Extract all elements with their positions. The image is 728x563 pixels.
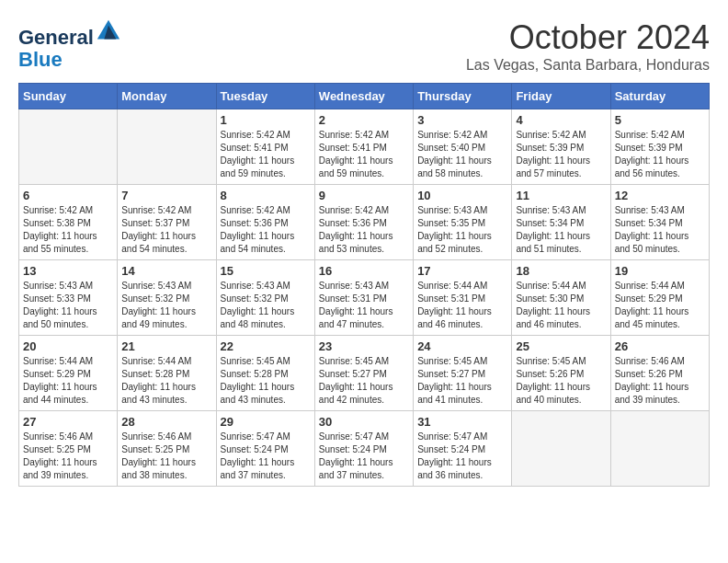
logo-text: General (18, 18, 121, 49)
day-number: 18 (516, 264, 606, 278)
calendar-cell (610, 411, 709, 487)
calendar-cell: 8Sunrise: 5:42 AMSunset: 5:36 PMDaylight… (216, 185, 314, 260)
day-info: Sunrise: 5:42 AMSunset: 5:36 PMDaylight:… (319, 204, 409, 256)
calendar-week-2: 6Sunrise: 5:42 AMSunset: 5:38 PMDaylight… (19, 185, 710, 260)
calendar-cell: 13Sunrise: 5:43 AMSunset: 5:33 PMDayligh… (19, 260, 118, 336)
logo-icon (96, 18, 121, 44)
day-info: Sunrise: 5:46 AMSunset: 5:25 PMDaylight:… (121, 431, 211, 482)
location-text: Las Vegas, Santa Barbara, Honduras (466, 57, 710, 74)
calendar-cell: 3Sunrise: 5:42 AMSunset: 5:40 PMDaylight… (414, 109, 512, 185)
day-info: Sunrise: 5:42 AMSunset: 5:41 PMDaylight:… (221, 129, 311, 180)
weekday-header-thursday: Thursday (414, 84, 512, 109)
day-number: 7 (121, 189, 211, 202)
day-info: Sunrise: 5:44 AMSunset: 5:28 PMDaylight:… (121, 355, 211, 407)
day-info: Sunrise: 5:43 AMSunset: 5:35 PMDaylight:… (417, 204, 507, 256)
day-number: 13 (23, 264, 113, 278)
day-number: 3 (417, 113, 507, 127)
day-number: 22 (221, 339, 311, 353)
day-number: 14 (121, 264, 211, 278)
day-number: 10 (417, 189, 507, 202)
calendar-header-row: SundayMondayTuesdayWednesdayThursdayFrid… (19, 84, 710, 109)
weekday-header-monday: Monday (118, 84, 216, 109)
calendar-cell: 1Sunrise: 5:42 AMSunset: 5:41 PMDaylight… (216, 109, 314, 185)
calendar-cell: 16Sunrise: 5:43 AMSunset: 5:31 PMDayligh… (314, 260, 413, 336)
calendar-cell: 25Sunrise: 5:45 AMSunset: 5:26 PMDayligh… (512, 336, 610, 411)
calendar-week-1: 1Sunrise: 5:42 AMSunset: 5:41 PMDaylight… (19, 109, 710, 185)
day-info: Sunrise: 5:43 AMSunset: 5:31 PMDaylight:… (319, 280, 409, 331)
day-number: 5 (615, 113, 705, 127)
calendar-cell: 10Sunrise: 5:43 AMSunset: 5:35 PMDayligh… (414, 185, 512, 260)
day-info: Sunrise: 5:45 AMSunset: 5:27 PMDaylight:… (417, 355, 507, 407)
calendar-cell: 2Sunrise: 5:42 AMSunset: 5:41 PMDaylight… (314, 109, 413, 185)
day-info: Sunrise: 5:45 AMSunset: 5:26 PMDaylight:… (516, 355, 606, 407)
day-info: Sunrise: 5:42 AMSunset: 5:40 PMDaylight:… (417, 129, 507, 180)
day-number: 6 (23, 189, 113, 202)
calendar-cell (118, 109, 216, 185)
day-number: 15 (221, 264, 311, 278)
calendar-cell: 18Sunrise: 5:44 AMSunset: 5:30 PMDayligh… (512, 260, 610, 336)
calendar-cell: 23Sunrise: 5:45 AMSunset: 5:27 PMDayligh… (314, 336, 413, 411)
weekday-header-wednesday: Wednesday (314, 84, 413, 109)
day-info: Sunrise: 5:44 AMSunset: 5:29 PMDaylight:… (615, 280, 705, 331)
day-number: 21 (121, 339, 211, 353)
day-info: Sunrise: 5:43 AMSunset: 5:34 PMDaylight:… (615, 204, 705, 256)
day-info: Sunrise: 5:45 AMSunset: 5:28 PMDaylight:… (221, 355, 311, 407)
calendar-cell: 21Sunrise: 5:44 AMSunset: 5:28 PMDayligh… (118, 336, 216, 411)
calendar-cell: 22Sunrise: 5:45 AMSunset: 5:28 PMDayligh… (216, 336, 314, 411)
calendar-cell: 31Sunrise: 5:47 AMSunset: 5:24 PMDayligh… (414, 411, 512, 487)
day-info: Sunrise: 5:43 AMSunset: 5:32 PMDaylight:… (121, 280, 211, 331)
calendar-cell: 26Sunrise: 5:46 AMSunset: 5:26 PMDayligh… (610, 336, 709, 411)
calendar-cell: 24Sunrise: 5:45 AMSunset: 5:27 PMDayligh… (414, 336, 512, 411)
day-info: Sunrise: 5:47 AMSunset: 5:24 PMDaylight:… (319, 431, 409, 482)
day-info: Sunrise: 5:42 AMSunset: 5:38 PMDaylight:… (23, 204, 113, 256)
day-number: 2 (319, 113, 409, 127)
day-number: 25 (516, 339, 606, 353)
day-number: 24 (417, 339, 507, 353)
title-section: October 2024 Las Vegas, Santa Barbara, H… (466, 18, 710, 74)
day-number: 20 (23, 339, 113, 353)
day-number: 4 (516, 113, 606, 127)
month-title: October 2024 (466, 18, 710, 57)
calendar-cell: 27Sunrise: 5:46 AMSunset: 5:25 PMDayligh… (19, 411, 118, 487)
weekday-header-tuesday: Tuesday (216, 84, 314, 109)
day-info: Sunrise: 5:42 AMSunset: 5:39 PMDaylight:… (615, 129, 705, 180)
day-number: 12 (615, 189, 705, 202)
weekday-header-sunday: Sunday (19, 84, 118, 109)
calendar-cell: 28Sunrise: 5:46 AMSunset: 5:25 PMDayligh… (118, 411, 216, 487)
day-info: Sunrise: 5:46 AMSunset: 5:26 PMDaylight:… (615, 355, 705, 407)
calendar-cell: 15Sunrise: 5:43 AMSunset: 5:32 PMDayligh… (216, 260, 314, 336)
day-info: Sunrise: 5:44 AMSunset: 5:30 PMDaylight:… (516, 280, 606, 331)
day-info: Sunrise: 5:43 AMSunset: 5:33 PMDaylight:… (23, 280, 113, 331)
day-info: Sunrise: 5:43 AMSunset: 5:34 PMDaylight:… (516, 204, 606, 256)
calendar-cell: 12Sunrise: 5:43 AMSunset: 5:34 PMDayligh… (610, 185, 709, 260)
calendar-cell: 14Sunrise: 5:43 AMSunset: 5:32 PMDayligh… (118, 260, 216, 336)
calendar-cell: 29Sunrise: 5:47 AMSunset: 5:24 PMDayligh… (216, 411, 314, 487)
day-info: Sunrise: 5:45 AMSunset: 5:27 PMDaylight:… (319, 355, 409, 407)
calendar-cell: 9Sunrise: 5:42 AMSunset: 5:36 PMDaylight… (314, 185, 413, 260)
weekday-header-friday: Friday (512, 84, 610, 109)
day-number: 17 (417, 264, 507, 278)
day-number: 16 (319, 264, 409, 278)
day-number: 28 (121, 415, 211, 429)
calendar-cell: 30Sunrise: 5:47 AMSunset: 5:24 PMDayligh… (314, 411, 413, 487)
day-info: Sunrise: 5:43 AMSunset: 5:32 PMDaylight:… (221, 280, 311, 331)
day-info: Sunrise: 5:44 AMSunset: 5:29 PMDaylight:… (23, 355, 113, 407)
logo-blue-text: Blue (18, 49, 121, 71)
calendar-cell (19, 109, 118, 185)
day-number: 19 (615, 264, 705, 278)
calendar-cell: 19Sunrise: 5:44 AMSunset: 5:29 PMDayligh… (610, 260, 709, 336)
calendar-week-4: 20Sunrise: 5:44 AMSunset: 5:29 PMDayligh… (19, 336, 710, 411)
calendar-cell: 6Sunrise: 5:42 AMSunset: 5:38 PMDaylight… (19, 185, 118, 260)
day-info: Sunrise: 5:42 AMSunset: 5:39 PMDaylight:… (516, 129, 606, 180)
day-number: 11 (516, 189, 606, 202)
day-number: 23 (319, 339, 409, 353)
logo-general: General (18, 26, 94, 49)
day-number: 31 (417, 415, 507, 429)
calendar-cell: 17Sunrise: 5:44 AMSunset: 5:31 PMDayligh… (414, 260, 512, 336)
calendar-cell: 20Sunrise: 5:44 AMSunset: 5:29 PMDayligh… (19, 336, 118, 411)
day-info: Sunrise: 5:47 AMSunset: 5:24 PMDaylight:… (221, 431, 311, 482)
day-info: Sunrise: 5:42 AMSunset: 5:41 PMDaylight:… (319, 129, 409, 180)
page-header: General Blue October 2024 Las Vegas, San… (18, 18, 710, 74)
calendar-table: SundayMondayTuesdayWednesdayThursdayFrid… (18, 83, 710, 487)
day-number: 8 (221, 189, 311, 202)
